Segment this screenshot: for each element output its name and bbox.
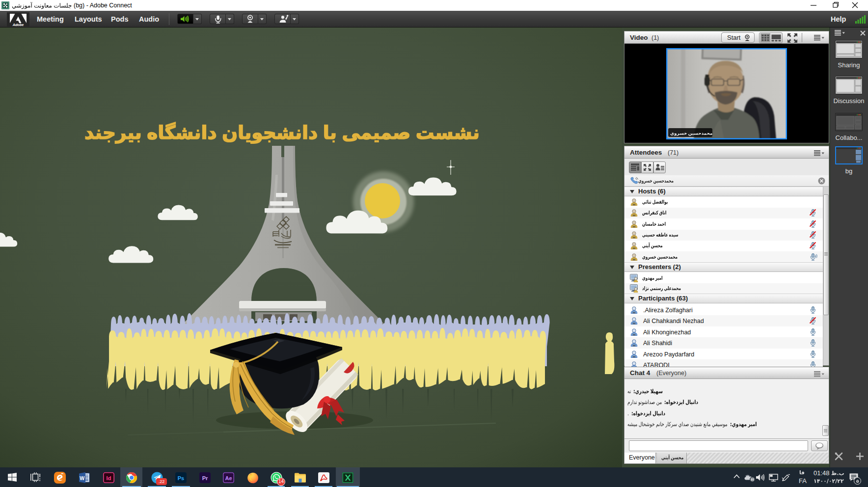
- svg-text:Ps: Ps: [178, 475, 184, 481]
- svg-text:Adobe: Adobe: [12, 23, 24, 27]
- svg-text:Ae: Ae: [225, 475, 232, 481]
- svg-text:Id: Id: [107, 475, 111, 481]
- svg-text:Pr: Pr: [202, 475, 208, 481]
- svg-text:W: W: [80, 475, 84, 481]
